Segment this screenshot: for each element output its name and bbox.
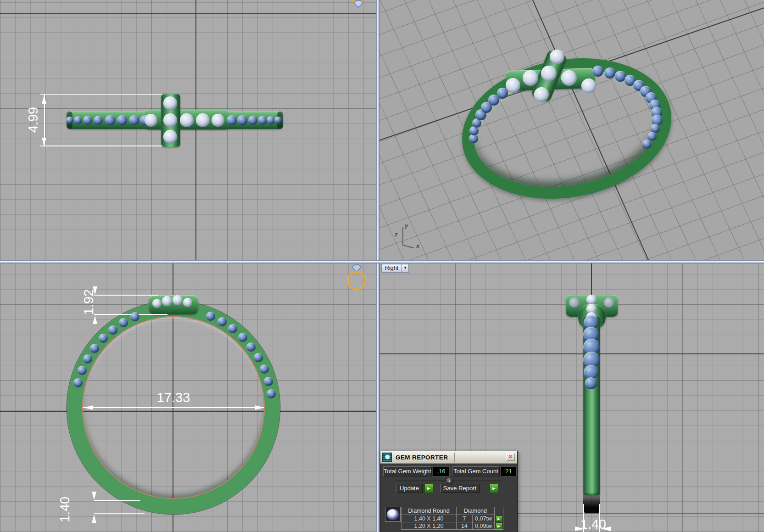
extension-line	[40, 94, 162, 95]
total-gem-count-label: Total Gem Count	[452, 466, 500, 476]
y-axis-line	[591, 263, 592, 297]
diamond-icon	[352, 0, 364, 8]
gem-stone	[604, 297, 614, 308]
x-axis-line	[0, 13, 376, 14]
gem-stone	[254, 353, 263, 362]
gem-count: 7	[457, 515, 473, 522]
gem-stone	[506, 78, 520, 93]
gem-stone	[217, 317, 227, 326]
gem-stone	[163, 96, 177, 110]
gem-stone	[267, 389, 276, 398]
axis-label-z: z	[395, 231, 398, 238]
gem-size: 1,20 X 1,20	[402, 522, 457, 530]
viewport-splitter-horizontal[interactable]	[0, 260, 764, 263]
gem-stone	[238, 333, 247, 342]
total-gem-weight-label: Total Gem Weight	[383, 466, 432, 476]
gem-stone	[108, 325, 117, 335]
row-arrow-button[interactable]: ▶	[496, 523, 502, 529]
gem-stone	[129, 115, 139, 125]
gem-stone	[145, 114, 157, 127]
update-arrow-button[interactable]: ▶	[424, 484, 433, 493]
gem-size: 1,40 X 1,40	[402, 515, 457, 522]
arrowhead	[42, 138, 46, 147]
gem-table-row[interactable]: 1,20 X 1,20 14 0,09tw ▶	[402, 522, 503, 530]
gem-stone	[173, 295, 183, 305]
row-arrow-button[interactable]: ▶	[496, 515, 502, 522]
gem-stone	[258, 116, 267, 125]
total-gem-weight-value: ,16	[433, 466, 450, 476]
dimension-label: 4.99	[26, 107, 41, 133]
total-gem-count-value: 21	[501, 466, 517, 476]
col-header-shape: Diamond Round	[402, 507, 457, 515]
gem-stone	[105, 115, 115, 125]
view-label[interactable]: Right	[381, 264, 402, 273]
gem-table-header-row: Diamond Round Diamond	[402, 507, 503, 515]
cad-application-window: { "viewports": { "top_left": { "dim_heig…	[0, 0, 764, 532]
save-report-arrow-button[interactable]: ▶	[490, 484, 498, 493]
dimension-label: 17.33	[157, 390, 190, 405]
close-button[interactable]: ×	[506, 453, 515, 461]
gem-stone	[90, 344, 99, 353]
gem-table-row[interactable]: 1,40 X 1,40 7 0,07tw ▶	[402, 515, 503, 522]
gem-reporter-icon	[382, 453, 392, 462]
update-button[interactable]: Update	[396, 484, 423, 493]
gem-stone	[581, 78, 596, 93]
axis-label-y: y	[405, 222, 408, 229]
viewport-perspective[interactable]: y z x	[379, 0, 764, 260]
gem-stone	[523, 70, 538, 86]
arrowhead	[255, 405, 266, 410]
gem-stone	[585, 377, 597, 389]
gem-stone	[152, 299, 162, 308]
gem-stone	[163, 130, 177, 144]
band-bottom-shadow	[583, 493, 600, 513]
col-header-type: Diamond	[457, 507, 495, 515]
viewport-front[interactable]: 4.99	[0, 0, 376, 260]
gem-stone	[550, 50, 564, 64]
gem-stone	[227, 115, 237, 125]
extension-line	[94, 295, 158, 296]
gem-stone	[237, 115, 247, 125]
gem-stone	[569, 297, 579, 308]
gem-table: Diamond Round Diamond 1,40 X 1,40 7 0,07…	[401, 507, 503, 530]
arrowhead	[42, 94, 46, 104]
gem-stone	[260, 364, 269, 374]
gem-stone	[78, 366, 87, 375]
gem-reporter-titlebar[interactable]: GEM REPORTER ×	[380, 451, 517, 464]
chevron-down-icon[interactable]: ▼	[402, 264, 409, 273]
gem-stone	[117, 115, 127, 125]
dimension-label: 1.40	[580, 517, 606, 532]
gem-stone	[183, 298, 192, 307]
dimension-line	[83, 407, 264, 408]
gem-stone	[73, 378, 83, 387]
titlebar-divider	[454, 453, 455, 462]
viewport-top[interactable]: 1.92 17.33 1.40	[0, 263, 376, 532]
gem-stone	[248, 116, 257, 125]
gem-stone	[534, 87, 549, 102]
viewport-splitter-vertical[interactable]	[376, 0, 379, 532]
gem-stone	[162, 296, 172, 306]
gem-stone	[163, 113, 177, 127]
extension-line	[94, 500, 140, 501]
gem-stone	[74, 116, 82, 124]
dimension-label: 1.92	[81, 289, 96, 315]
gem-stone	[212, 114, 224, 127]
gem-stone	[83, 354, 92, 364]
y-axis-line	[195, 0, 196, 260]
gem-count: 14	[457, 522, 473, 530]
gem-reporter-body: Total Gem Weight ,16 Total Gem Count 21 …	[380, 464, 517, 532]
extension-line	[40, 146, 162, 146]
gem-stone	[99, 334, 108, 343]
dimension-label: 1.40	[57, 497, 72, 522]
gem-reporter-panel: GEM REPORTER × Total Gem Weight ,16 Tota…	[380, 451, 518, 532]
gem-stone	[264, 377, 273, 386]
diamond-image	[387, 509, 399, 520]
ring-band-3d	[451, 42, 682, 214]
view-label-dropdown[interactable]: Right ▼	[381, 264, 409, 273]
save-report-button[interactable]: Save Report	[440, 484, 480, 493]
gem-stone	[246, 342, 256, 352]
axis-label-x: x	[416, 242, 419, 249]
gem-stone	[119, 318, 128, 327]
gem-stone	[180, 113, 194, 127]
gem-weight: 0,09tw	[473, 522, 495, 530]
gem-stone	[66, 117, 73, 124]
